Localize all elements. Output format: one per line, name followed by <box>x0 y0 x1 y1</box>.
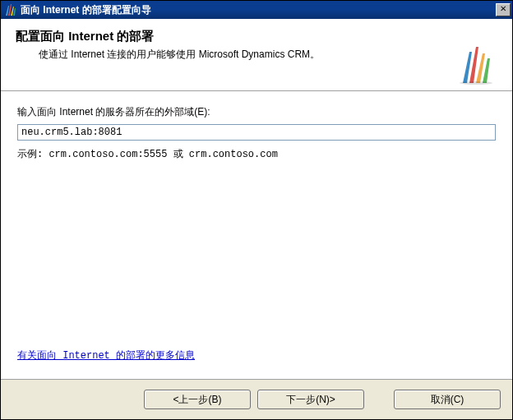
domain-field-label: 输入面向 Internet 的服务器所在的外部域(E): <box>17 105 496 119</box>
window-title: 面向 Internet 的部署配置向导 <box>21 3 494 17</box>
svg-marker-7 <box>483 58 490 83</box>
back-button[interactable]: <上一步(B) <box>144 390 251 409</box>
more-info-link[interactable]: 有关面向 Internet 的部署的更多信息 <box>17 348 496 362</box>
page-title: 配置面向 Internet 的部署 <box>16 29 497 44</box>
titlebar: 面向 Internet 的部署配置向导 ✕ <box>1 1 512 19</box>
wizard-footer: <上一步(B) 下一步(N)> 取消(C) <box>1 379 512 419</box>
external-domain-input[interactable] <box>17 124 496 141</box>
page-subtitle: 使通过 Internet 连接的用户能够使用 Microsoft Dynamic… <box>39 48 497 62</box>
window-controls: ✕ <box>494 3 511 16</box>
wizard-header: 配置面向 Internet 的部署 使通过 Internet 连接的用户能够使用… <box>1 19 512 91</box>
close-button[interactable]: ✕ <box>496 3 511 16</box>
dynamics-logo-icon <box>458 45 497 85</box>
cancel-button[interactable]: 取消(C) <box>394 390 501 409</box>
app-icon <box>4 3 17 16</box>
content-spacer <box>17 161 496 348</box>
svg-point-8 <box>460 81 492 85</box>
wizard-window: 面向 Internet 的部署配置向导 ✕ 配置面向 Internet 的部署 … <box>0 0 513 420</box>
example-text: 示例: crm.contoso.com:5555 或 crm.contoso.c… <box>17 147 496 161</box>
wizard-content: 输入面向 Internet 的服务器所在的外部域(E): 示例: crm.con… <box>1 91 512 379</box>
next-button[interactable]: 下一步(N)> <box>257 390 364 409</box>
svg-marker-3 <box>13 8 16 16</box>
button-gap <box>371 390 387 409</box>
